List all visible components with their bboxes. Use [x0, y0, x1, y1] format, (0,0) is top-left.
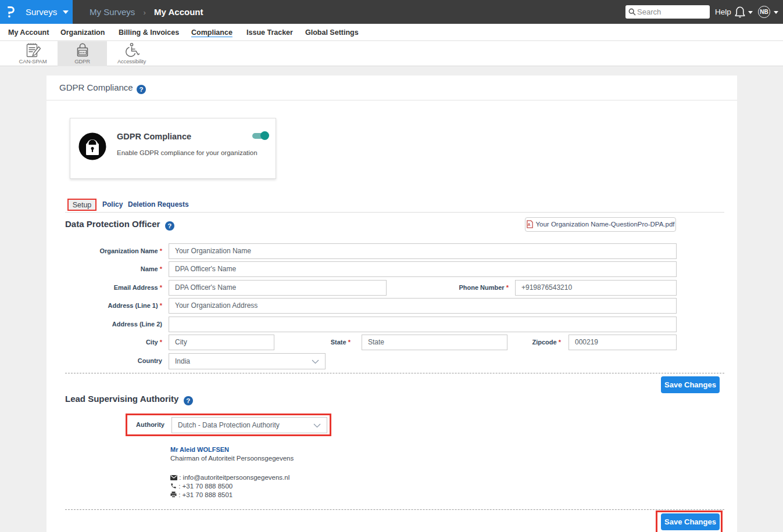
svg-text:A: A [528, 222, 531, 227]
